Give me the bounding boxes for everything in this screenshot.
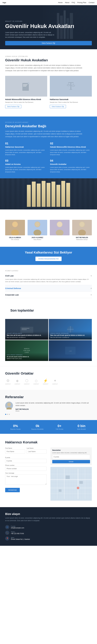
svg-text:LAW: LAW (69, 350, 72, 352)
nav-home[interactable]: Home (58, 2, 63, 4)
last-name-input[interactable] (27, 450, 47, 454)
nav-faq[interactable]: FAQ (72, 2, 75, 4)
ref-role: Müdür (15, 410, 92, 412)
nav-about[interactable]: About (65, 2, 69, 4)
email-input[interactable] (5, 459, 47, 463)
map-svg (50, 467, 92, 501)
ortaklar-section: Güvenilir Ortaklar ⚙ CONTACT ◈ CONTACT ⬡… (0, 366, 97, 390)
avatar-1 (5, 220, 25, 235)
contact-email-details: E-posta info@example.com (11, 526, 24, 529)
hizmet-criminal-defense[interactable]: Criminal Defense ∧ (5, 285, 92, 292)
form-phone-group: Phone number (5, 464, 47, 471)
contact-email-label: E-posta (11, 526, 24, 527)
feature-2: 02 Hukuki Mümessillik Güvence Altına Alı… (50, 142, 92, 156)
card-1-link[interactable]: Daha Fazlasını Öğr (5, 105, 21, 108)
ref-avatar (5, 402, 13, 410)
hizmetlerimiz-label: HİZMETLERİMİZ (5, 270, 92, 272)
svg-point-16 (13, 222, 17, 227)
stat-2-label: Yıllık Tecrübe (49, 428, 70, 430)
ref-dots (5, 414, 92, 415)
stat-2-num: 0+ (49, 424, 70, 428)
form-email-label: E-posta (5, 457, 47, 458)
newsletter-desc: Lorem ipsum dolor sit amet, consectetur … (52, 452, 90, 454)
stat-1-num: 0k (27, 424, 48, 428)
form-phone-label: Phone number (5, 464, 47, 466)
svg-rect-27 (22, 328, 29, 329)
hizmet-civil-law[interactable]: Civil Law ∨ Lorem ipsum dolor sit amet, … (5, 272, 92, 285)
yasal-section: Yasal Kalkanlarınız Sizi Bekliyor Ücrets… (0, 247, 97, 265)
stats-section: 0% Başarılan Davalar 0k Başarılan Müvekk… (0, 420, 97, 434)
hizmet-criminal-title: Criminal Defense (5, 287, 21, 290)
hero-cta-button[interactable]: Daha Fazlasını Öğr (5, 41, 92, 45)
newsletter-box: Newsletter Lorem ipsum dolor sit amet, c… (50, 448, 92, 465)
form-grid: First Name Last Name E-posta Phone numbe… (5, 448, 92, 501)
message-textarea[interactable] (5, 474, 47, 485)
svg-point-15 (11, 230, 19, 235)
svg-rect-44 (66, 476, 70, 479)
svg-rect-46 (59, 489, 61, 492)
card-2-link[interactable]: Daha Fazlasını Öğr (50, 105, 66, 108)
card-mumessillik: Hukuki Mümessillik Güvence Altına Alındı… (5, 76, 47, 110)
hizmet-corporate-law[interactable]: Corporate Law ∨ (5, 292, 92, 298)
son-card-3[interactable]: MARCHFOR OURLIVES Haklarınızı Korumak As… (5, 340, 48, 361)
newsletter-submit[interactable]: Gönder (52, 460, 90, 463)
feature-1: 01 Haklarınızı Savunmak Lorem ipsum dolo… (5, 142, 47, 156)
team-member-1: CELIA ALMEIDA Ofis Yöneticisi (5, 220, 25, 240)
team-member-3 (50, 220, 70, 240)
ref-dot-2[interactable] (7, 414, 8, 415)
nav-logo[interactable]: logo (2, 2, 6, 4)
form-first-name-group: First Name (5, 448, 25, 454)
form-last-name-group: Last Name (27, 448, 47, 454)
phone-input[interactable] (5, 466, 47, 471)
nav-contact[interactable]: Contact (89, 2, 95, 4)
form-last-name-label: Last Name (27, 448, 47, 449)
svg-point-18 (33, 230, 41, 235)
son-card-3-cat: Haklarınızı Korumak (7, 354, 47, 356)
stat-3-label: Mutlu Müvekkil (71, 428, 92, 430)
feature-3: 03 Adalet ve Koruma Lorem ipsum dolor si… (5, 159, 47, 173)
ref-author: NAT REYNOLDS (15, 408, 92, 410)
son-card-1-meta: Nee cius ad id eum • at dolore et (7, 337, 47, 338)
uzman-section: UZMAN HUKUK ÇÖZÜMLERI Güvenilir Hukuk Av… (0, 49, 97, 116)
stat-0: 0% Başarılan Davalar (5, 424, 26, 430)
contact-address-item: 📍 Adres Örnek Sokak No:1, İstanbul (5, 536, 92, 540)
contact-email-value: info@example.com (11, 527, 24, 529)
ref-dot-1[interactable] (5, 414, 6, 415)
form-submit-button[interactable]: Gönderimek (5, 488, 20, 492)
ortak-6: ✦ CONTACT (52, 378, 58, 385)
contact-email-item: ✉ E-posta info@example.com (5, 525, 92, 529)
form-name-row: First Name Last Name (5, 448, 47, 455)
ref-content: Lorem ipsum dolor sit amet, consectetur … (5, 402, 92, 412)
ref-dot-3[interactable] (9, 414, 10, 415)
stat-3-num: 0 bin (71, 424, 92, 428)
ortaklar-grid: ⚙ CONTACT ◈ CONTACT ⬡ CONTACT ◇ CONTACT … (5, 378, 92, 385)
svg-point-35 (6, 407, 12, 410)
member-4-role: Muhendiser-Danışlı (72, 239, 92, 240)
card-1-image (5, 76, 47, 96)
first-name-input[interactable] (5, 450, 25, 454)
son-card-2-title: Nee cius ad id eum quod at dolore ut dol… (50, 334, 90, 336)
yasal-btn[interactable]: Ücretsiz Danışmanlardan Alın (35, 256, 62, 261)
svg-point-19 (35, 222, 40, 227)
son-card-1[interactable]: Adalet Ortaklaması Nee cius ad id eum qu… (5, 319, 48, 340)
son-card-4[interactable]: LAW (49, 340, 92, 361)
feature-1-desc: Lorem ipsum dolor sit amet, consectetur … (5, 149, 47, 156)
contact-address-label: Adres (11, 537, 30, 538)
nav-links: Home About FAQ Pricing Plan Contact (58, 2, 95, 4)
hizmet-corporate-chevron: ∨ (91, 294, 92, 296)
son-card-3-meta: MARCH FOR OUR LIVES (7, 358, 47, 360)
uzman-cards: Hukuki Mümessillik Güvence Altına Alındı… (5, 76, 92, 110)
hizmet-civil-chevron: ∨ (91, 275, 92, 277)
hero-title: Güvenilir Hukuk Avukatları (5, 23, 92, 29)
feature-3-title: Adalet ve Koruma (5, 163, 47, 165)
svg-rect-28 (22, 329, 27, 330)
contact-phone-label: Telefon (11, 531, 24, 533)
features-grid: 01 Haklarınızı Savunmak Lorem ipsum dolo… (5, 142, 92, 173)
contact-address-icon: 📍 (5, 536, 9, 540)
stat-2: 0+ Yıllık Tecrübe (49, 424, 70, 430)
nav-pricing[interactable]: Pricing Plan (77, 2, 86, 4)
feature-4-title: Güvenilir Avukatlar (50, 163, 92, 165)
contact-phone-details: Telefon +90 123 456 78 90 (11, 531, 24, 534)
son-card-2[interactable]: Uzman Hukuk Çözümleri Nee cius ad id eum… (49, 319, 92, 340)
newsletter-email-input[interactable] (52, 455, 90, 459)
